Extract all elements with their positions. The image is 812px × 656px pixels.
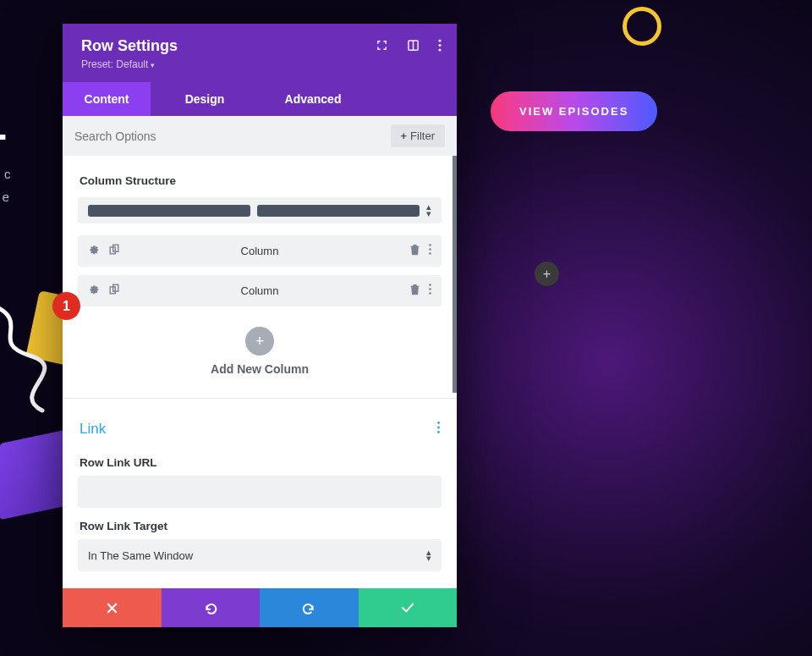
modal-footer <box>63 588 457 627</box>
kebab-menu-icon[interactable] <box>437 422 440 437</box>
trash-icon[interactable] <box>409 244 420 258</box>
tab-content[interactable]: Content <box>63 82 151 116</box>
svg-point-9 <box>429 253 431 256</box>
column-label: Column <box>241 245 279 257</box>
add-new-column[interactable]: + Add New Column <box>78 315 442 398</box>
duplicate-icon[interactable] <box>108 284 120 298</box>
row-link-url-label: Row Link URL <box>78 444 442 476</box>
row-settings-modal: Row Settings Preset: Default Content Des… <box>63 24 457 627</box>
row-link-url-input[interactable] <box>78 476 442 508</box>
undo-button[interactable] <box>162 588 261 627</box>
column-row-1[interactable]: Column <box>78 235 442 267</box>
kebab-menu-icon[interactable] <box>429 244 431 258</box>
link-section-heading[interactable]: Link <box>80 421 106 438</box>
select-caret-icon: ▴▾ <box>426 549 431 562</box>
column-row-2[interactable]: Column <box>78 275 442 306</box>
svg-point-16 <box>437 427 440 429</box>
svg-point-2 <box>438 39 441 41</box>
annotation-badge-1: 1 <box>52 292 80 320</box>
row-link-target-label: Row Link Target <box>78 508 442 539</box>
column-structure-select[interactable]: ▴▾ <box>78 197 442 223</box>
add-new-column-label: Add New Column <box>78 362 442 376</box>
modal-tabs: Content Design Advanced <box>63 82 457 116</box>
modal-body: Column Structure ▴▾ Column Column <box>63 156 457 571</box>
select-caret-icon: ▴▾ <box>426 204 431 217</box>
responsive-icon[interactable] <box>407 39 420 54</box>
search-input[interactable] <box>74 130 391 143</box>
svg-point-17 <box>437 431 440 433</box>
tab-advanced[interactable]: Advanced <box>259 82 367 116</box>
svg-point-14 <box>429 293 431 295</box>
save-button[interactable] <box>359 588 458 627</box>
column-label: Column <box>241 284 279 297</box>
plus-icon[interactable]: + <box>245 327 274 356</box>
svg-point-7 <box>429 245 431 247</box>
svg-point-3 <box>438 44 441 47</box>
gear-icon[interactable] <box>88 284 100 298</box>
structure-bar-2 <box>257 205 420 217</box>
add-module-button[interactable]: + <box>535 262 559 286</box>
trash-icon[interactable] <box>409 284 420 298</box>
modal-header: Row Settings Preset: Default <box>63 24 457 82</box>
svg-point-12 <box>429 284 431 287</box>
view-episodes-button[interactable]: VIEW EPISODES <box>491 91 657 131</box>
search-row: +Filter <box>63 116 457 156</box>
redo-button[interactable] <box>260 588 359 627</box>
svg-point-4 <box>438 48 441 51</box>
kebab-menu-icon[interactable] <box>438 39 442 54</box>
expand-icon[interactable] <box>376 39 388 54</box>
duplicate-icon[interactable] <box>108 244 120 258</box>
decor-ring-icon <box>623 7 661 46</box>
svg-point-8 <box>429 249 431 251</box>
svg-point-15 <box>437 422 440 424</box>
filter-button[interactable]: +Filter <box>391 124 445 147</box>
column-structure-label: Column Structure <box>78 156 442 197</box>
svg-point-13 <box>429 289 431 291</box>
cancel-button[interactable] <box>63 588 162 627</box>
preset-dropdown[interactable]: Preset: Default <box>81 58 438 70</box>
hero-headline-fragment: t L <box>0 97 8 150</box>
kebab-menu-icon[interactable] <box>429 284 431 298</box>
structure-bar-1 <box>88 205 250 217</box>
tab-design[interactable]: Design <box>151 82 259 116</box>
svg-rect-1 <box>413 41 414 50</box>
scrollbar[interactable] <box>453 156 457 393</box>
gear-icon[interactable] <box>88 244 100 258</box>
row-link-target-select[interactable]: In The Same Window ▴▾ <box>78 539 442 571</box>
